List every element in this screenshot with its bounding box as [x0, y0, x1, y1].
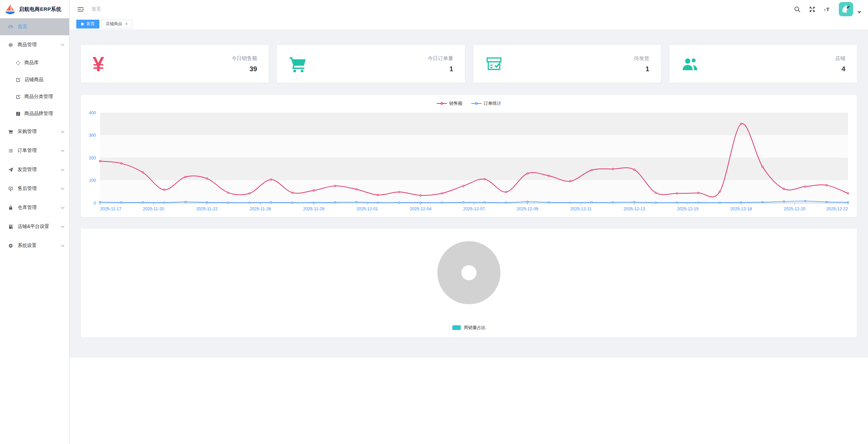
- weekly-sales-donut-chart: [437, 241, 500, 304]
- stat-label: 今日订单量: [428, 55, 453, 62]
- svg-text:2025-12-20: 2025-12-20: [784, 207, 805, 211]
- list-icon: [8, 148, 13, 153]
- breadcrumb[interactable]: 首页: [92, 6, 101, 12]
- send-icon: [8, 167, 13, 172]
- legend-label: 销售额: [449, 100, 462, 107]
- stat-label: 待发货: [634, 55, 649, 62]
- chart-legend: 销售额 订单统计: [81, 99, 857, 108]
- sidebar-item-label: 商品分类管理: [24, 94, 53, 100]
- topbar: 首页 T T: [70, 0, 868, 18]
- sidebar-item-purchase-management[interactable]: 采购管理: [0, 122, 69, 141]
- legend-swatch-icon: [452, 325, 461, 330]
- svg-text:2025-12-11: 2025-12-11: [570, 207, 592, 211]
- tab-label: 店铺商品: [106, 21, 122, 27]
- tab-shop-products[interactable]: 店铺商品 ✕: [101, 20, 133, 28]
- svg-text:2025-12-09: 2025-12-09: [517, 207, 538, 211]
- legend-item-sales[interactable]: 销售额: [437, 100, 462, 107]
- sidebar-item-product-library[interactable]: 商品库: [0, 54, 69, 71]
- sailboat-icon: [4, 3, 16, 15]
- svg-text:200: 200: [89, 156, 96, 160]
- app-layout: 启航电商ERP系统 首页 商品管理: [0, 0, 868, 444]
- svg-text:2025-12-18: 2025-12-18: [730, 207, 752, 211]
- cart-icon: [289, 55, 307, 73]
- sidebar-item-product-category-management[interactable]: 商品分类管理: [0, 88, 69, 105]
- stat-value: 1: [634, 65, 649, 73]
- line-marker-icon: [471, 102, 481, 105]
- stat-card-pending-shipment: 待发货 1: [473, 45, 661, 83]
- svg-text:2025-12-04: 2025-12-04: [410, 207, 431, 211]
- tab-bar: 首页 店铺商品 ✕: [70, 18, 868, 30]
- svg-text:100: 100: [89, 178, 96, 183]
- sidebar-item-label: 订单管理: [18, 148, 37, 154]
- legend-label: 周销量占比: [464, 325, 486, 331]
- lock-icon: [8, 205, 13, 210]
- yen-icon: ¥: [93, 54, 104, 75]
- app-logo: 启航电商ERP系统: [0, 0, 69, 18]
- sidebar-item-label: 店铺商品: [24, 77, 43, 83]
- stat-value: 1: [428, 65, 453, 73]
- italic-badge-icon: [16, 111, 21, 116]
- sales-line-chart: 01002003004002025-11-172025-11-202025-11…: [81, 108, 857, 214]
- line-marker-icon: [437, 102, 447, 105]
- sidebar-item-system-settings[interactable]: 系统设置: [0, 236, 69, 255]
- active-tab-dot-icon: [81, 23, 84, 25]
- sidebar-item-after-sales-management[interactable]: 售后管理: [0, 179, 69, 198]
- sidebar-item-shop-platform-settings[interactable]: 店铺&平台设置: [0, 217, 69, 236]
- menu-fold-icon[interactable]: [77, 6, 84, 12]
- stat-value: 4: [835, 65, 845, 73]
- caret-down-icon[interactable]: [857, 11, 861, 14]
- sidebar-item-label: 商品管理: [18, 42, 37, 48]
- sidebar: 启航电商ERP系统 首页 商品管理: [0, 0, 70, 444]
- svg-text:2025-12-15: 2025-12-15: [677, 207, 698, 211]
- stats-row: ¥ 今日销售额 39 今日订单量 1: [81, 45, 857, 83]
- sidebar-item-label: 商品库: [24, 60, 39, 66]
- tab-home[interactable]: 首页: [76, 20, 99, 28]
- globe-icon: [8, 42, 13, 47]
- chevron-up-icon: [61, 44, 64, 46]
- svg-text:2025-12-01: 2025-12-01: [356, 207, 378, 211]
- svg-text:2025-12-07: 2025-12-07: [463, 207, 485, 211]
- legend-item-orders[interactable]: 订单统计: [471, 100, 501, 107]
- sidebar-menu: 首页 商品管理 商品库: [0, 18, 69, 255]
- search-icon[interactable]: [794, 6, 801, 13]
- sidebar-item-label: 系统设置: [18, 243, 37, 249]
- sidebar-item-label: 店铺&平台设置: [18, 224, 49, 230]
- sidebar-item-label: 仓库管理: [18, 205, 37, 211]
- main-area: 首页 T T: [70, 0, 868, 444]
- stat-label: 今日销售额: [232, 55, 257, 62]
- tab-label: 首页: [86, 21, 95, 27]
- dashboard-icon: [8, 24, 13, 30]
- svg-text:2025-11-26: 2025-11-26: [250, 207, 271, 211]
- close-icon[interactable]: ✕: [125, 22, 128, 26]
- sidebar-item-warehouse-management[interactable]: 仓库管理: [0, 198, 69, 217]
- svg-text:2025-12-13: 2025-12-13: [624, 207, 645, 211]
- sidebar-item-product-brand-management[interactable]: 商品品牌管理: [0, 105, 69, 122]
- sidebar-item-order-management[interactable]: 订单管理: [0, 141, 69, 160]
- fullscreen-icon[interactable]: [809, 6, 815, 13]
- sidebar-item-product-management[interactable]: 商品管理: [0, 35, 69, 54]
- chevron-down-icon: [61, 131, 64, 133]
- topbar-actions: T T: [794, 2, 861, 16]
- pencil-line-icon: [16, 77, 21, 82]
- sidebar-item-home[interactable]: 首页: [0, 18, 69, 35]
- sidebar-item-shipping-management[interactable]: 发货管理: [0, 160, 69, 179]
- svg-text:T: T: [824, 8, 826, 12]
- font-size-icon[interactable]: T T: [824, 6, 830, 13]
- svg-text:2025-11-20: 2025-11-20: [143, 207, 164, 211]
- app-title: 启航电商ERP系统: [19, 6, 61, 13]
- avatar[interactable]: [839, 2, 853, 16]
- stat-card-shops: 店铺 4: [669, 45, 857, 83]
- sidebar-item-label: 售后管理: [18, 186, 37, 192]
- svg-text:400: 400: [89, 111, 96, 115]
- stat-value: 39: [232, 65, 257, 73]
- sales-line-chart-panel: 销售额 订单统计 01002003004002025-11-172025-11-…: [81, 95, 857, 217]
- chevron-down-icon: [61, 188, 64, 190]
- sidebar-item-label: 发货管理: [18, 167, 37, 173]
- journal-gear-icon: [8, 224, 13, 229]
- svg-text:2025-11-22: 2025-11-22: [196, 207, 218, 211]
- donut-legend-item[interactable]: 周销量占比: [452, 325, 486, 331]
- svg-text:2025-11-17: 2025-11-17: [100, 207, 121, 211]
- chevron-down-icon: [61, 226, 64, 228]
- svg-text:T: T: [826, 6, 829, 12]
- sidebar-item-shop-products[interactable]: 店铺商品: [0, 71, 69, 88]
